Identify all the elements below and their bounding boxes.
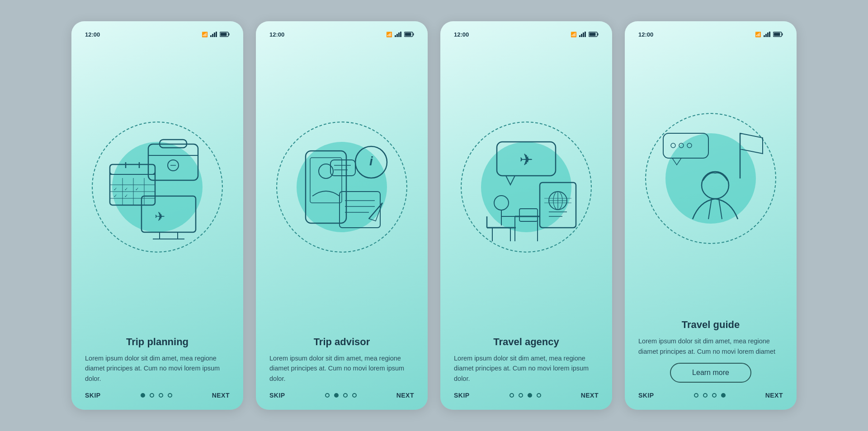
status-icons-4: 📶 xyxy=(755,32,783,38)
wifi-icon-3: 📶 xyxy=(571,32,577,37)
svg-rect-87 xyxy=(769,32,770,37)
nav-bar-4: SKIP NEXT xyxy=(638,390,783,399)
travel-guide-svg xyxy=(650,124,772,233)
svg-rect-6 xyxy=(221,33,227,36)
svg-rect-1 xyxy=(212,34,213,37)
dots-4 xyxy=(694,393,726,398)
svg-rect-91 xyxy=(663,133,708,158)
svg-rect-36 xyxy=(400,32,401,37)
svg-rect-33 xyxy=(395,35,396,37)
illustration-travel-agency: ✈ xyxy=(454,42,599,332)
svg-rect-35 xyxy=(398,33,400,37)
svg-text:✓: ✓ xyxy=(113,187,117,192)
dot-2-1 xyxy=(325,393,330,398)
trip-planning-svg: ✓ ✓ ✓ ✓ ✓ ✈ xyxy=(96,133,218,241)
svg-text:✈: ✈ xyxy=(155,210,165,224)
svg-text:✈: ✈ xyxy=(519,150,533,169)
status-icons-1: 📶 xyxy=(202,32,230,38)
dot-1-2 xyxy=(150,393,154,398)
svg-rect-7 xyxy=(148,144,198,180)
signal-icon-2 xyxy=(395,32,402,38)
screen-trip-advisor: 12:00 📶 xyxy=(256,21,428,410)
dot-1-4 xyxy=(168,393,172,398)
dot-2-3 xyxy=(343,393,348,398)
travel-agency-svg: ✈ xyxy=(465,133,587,241)
svg-rect-90 xyxy=(774,33,780,36)
skip-btn-4[interactable]: SKIP xyxy=(638,392,654,399)
svg-line-100 xyxy=(719,199,722,219)
wifi-icon-1: 📶 xyxy=(202,32,208,37)
signal-icon-1 xyxy=(210,32,217,38)
title-trip-advisor: Trip advisor xyxy=(269,336,414,348)
svg-marker-95 xyxy=(672,158,681,165)
dot-4-3 xyxy=(712,393,717,398)
title-travel-guide: Travel guide xyxy=(638,319,783,331)
status-icons-3: 📶 xyxy=(571,32,599,38)
status-bar-4: 12:00 📶 xyxy=(638,31,783,38)
svg-point-92 xyxy=(671,143,675,148)
svg-text:✓: ✓ xyxy=(124,193,128,198)
svg-marker-62 xyxy=(506,176,515,185)
svg-rect-57 xyxy=(585,32,586,37)
learn-more-button[interactable]: Learn more xyxy=(670,363,751,383)
svg-rect-59 xyxy=(598,33,599,35)
screens-container: 12:00 📶 xyxy=(71,21,797,410)
nav-bar-1: SKIP NEXT xyxy=(85,390,230,399)
illustration-travel-guide xyxy=(638,42,783,314)
svg-line-99 xyxy=(708,199,712,219)
svg-rect-40 xyxy=(306,151,346,223)
svg-rect-34 xyxy=(396,34,398,37)
status-icons-2: 📶 xyxy=(386,32,414,38)
svg-rect-54 xyxy=(579,35,580,37)
svg-point-77 xyxy=(494,196,509,210)
skip-btn-3[interactable]: SKIP xyxy=(454,392,470,399)
svg-point-98 xyxy=(702,172,729,199)
trip-advisor-svg: i xyxy=(281,133,403,241)
body-travel-guide: Lorem ipsum dolor sit dim amet, mea regi… xyxy=(638,336,783,356)
svg-text:✓: ✓ xyxy=(124,187,128,192)
status-bar-3: 12:00 📶 xyxy=(454,31,599,38)
next-btn-2[interactable]: NEXT xyxy=(396,392,414,399)
dots-3 xyxy=(509,393,541,398)
svg-rect-56 xyxy=(583,33,584,37)
svg-point-94 xyxy=(687,143,692,148)
svg-rect-60 xyxy=(590,33,596,36)
next-btn-1[interactable]: NEXT xyxy=(212,392,230,399)
dot-2-4 xyxy=(352,393,357,398)
skip-btn-1[interactable]: SKIP xyxy=(85,392,101,399)
time-4: 12:00 xyxy=(638,31,653,38)
svg-rect-2 xyxy=(214,33,215,37)
svg-rect-39 xyxy=(405,33,411,36)
svg-text:✓: ✓ xyxy=(135,187,139,192)
dot-3-1 xyxy=(509,393,514,398)
screen-trip-planning: 12:00 📶 xyxy=(71,21,243,410)
svg-rect-83 xyxy=(519,209,538,221)
svg-text:i: i xyxy=(369,154,373,168)
screen-travel-guide: 12:00 📶 xyxy=(625,21,797,410)
status-bar-1: 12:00 📶 xyxy=(85,31,230,38)
dot-4-4 xyxy=(721,393,726,398)
dot-3-4 xyxy=(537,393,541,398)
illustration-trip-planning: ✓ ✓ ✓ ✓ ✓ ✈ xyxy=(85,42,230,332)
signal-icon-4 xyxy=(764,32,771,38)
next-btn-3[interactable]: NEXT xyxy=(581,392,599,399)
dot-1-3 xyxy=(159,393,163,398)
next-btn-4[interactable]: NEXT xyxy=(765,392,783,399)
dot-3-3 xyxy=(528,393,532,398)
svg-rect-5 xyxy=(229,33,230,35)
nav-bar-2: SKIP NEXT xyxy=(269,390,414,399)
title-travel-agency: Travel agency xyxy=(454,336,599,348)
skip-btn-2[interactable]: SKIP xyxy=(269,392,285,399)
time-1: 12:00 xyxy=(85,31,100,38)
svg-rect-43 xyxy=(330,160,355,176)
svg-point-93 xyxy=(679,143,684,148)
wifi-icon-2: 📶 xyxy=(386,32,392,37)
wifi-icon-4: 📶 xyxy=(755,32,761,37)
svg-marker-97 xyxy=(740,133,763,154)
battery-icon-2 xyxy=(404,32,414,38)
svg-rect-38 xyxy=(413,33,414,35)
svg-rect-84 xyxy=(764,35,765,37)
nav-bar-3: SKIP NEXT xyxy=(454,390,599,399)
time-3: 12:00 xyxy=(454,31,469,38)
svg-rect-0 xyxy=(210,35,212,37)
